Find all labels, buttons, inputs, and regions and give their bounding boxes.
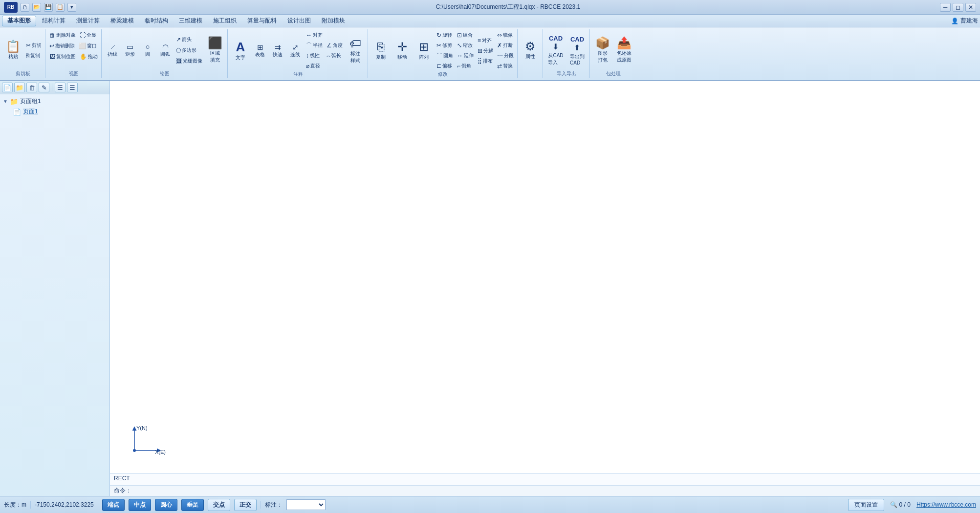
marker-style-button[interactable]: 🏷 标注样式: [345, 31, 366, 71]
snap-midpoint-button[interactable]: 中点: [129, 499, 151, 511]
restore-button[interactable]: ◻: [953, 3, 963, 12]
cut2-button[interactable]: ✗ 打断: [496, 41, 515, 50]
panel-rename-button[interactable]: ✎: [39, 83, 49, 92]
cut-button[interactable]: ✂ 剪切: [24, 41, 43, 50]
snap-perpendicular-button[interactable]: 垂足: [181, 499, 204, 511]
panel-folder-button[interactable]: 📁: [14, 83, 25, 92]
divide-button[interactable]: ⋯ 分段: [496, 51, 515, 61]
page-settings-button[interactable]: 页面设置: [848, 499, 884, 511]
extend-button[interactable]: ↔ 延伸: [456, 51, 475, 61]
save-file-button[interactable]: 💾: [44, 3, 53, 12]
move-button[interactable]: ✛ 移动: [392, 31, 413, 71]
text-icon: A: [236, 41, 245, 53]
drawing-area[interactable]: Y(N) X(E) RECT 命令：: [110, 81, 980, 496]
polygon-button[interactable]: ⬠ 多边形: [174, 45, 204, 55]
chamfer-button[interactable]: ⌐ 倒角: [456, 61, 475, 71]
axis-display: Y(N) X(E): [125, 426, 164, 457]
window-button[interactable]: ⬜ 窗口: [77, 41, 98, 51]
merge-button[interactable]: ⊡ 组合: [456, 30, 475, 40]
menu-basic-shapes[interactable]: 基本图形: [2, 16, 36, 26]
align2-button[interactable]: ≡ 对齐: [476, 36, 495, 45]
text-button[interactable]: A 文字: [230, 31, 251, 71]
menu-quantity-material[interactable]: 算量与配料: [242, 16, 282, 26]
panel-align-left-button[interactable]: ☰: [55, 83, 65, 92]
open-file-button[interactable]: 📂: [32, 3, 41, 12]
menu-3d-modeling[interactable]: 三维建模: [174, 16, 207, 26]
copy2-button[interactable]: ⎘ 复制: [370, 31, 391, 71]
menu-structural-calc[interactable]: 结构计算: [37, 16, 70, 26]
hatch-button[interactable]: 🖼 光栅图像: [174, 56, 204, 66]
scale-button[interactable]: ⤡ 缩放: [456, 41, 475, 50]
fill-button[interactable]: ⬛ 区域填充: [205, 30, 225, 70]
saveas-file-button[interactable]: 📋: [56, 3, 65, 12]
polyline-icon: ⟋: [109, 43, 116, 50]
to-cad-button[interactable]: CAD ⬆ 导出到CAD: [567, 30, 588, 70]
new-file-button[interactable]: 🗋: [21, 3, 29, 12]
command-prompt: 命令：: [114, 487, 131, 494]
panel-align-right-button[interactable]: ☰: [67, 83, 78, 92]
explode-button[interactable]: ⊞ 分解: [476, 46, 495, 56]
undo-delete-button[interactable]: ↩ 撤销删除: [48, 41, 76, 51]
mirror-button[interactable]: ⇔ 镜像: [496, 30, 515, 40]
properties-button[interactable]: ⚙ 属性: [520, 30, 541, 70]
from-cad-button[interactable]: CAD ⬇ 从CAD导入: [545, 30, 566, 70]
menu-construction-org[interactable]: 施工组织: [208, 16, 241, 26]
tree-group1[interactable]: ▼ 📁 页面组1: [2, 96, 108, 107]
drag-button[interactable]: ✋ 拖动: [78, 52, 99, 62]
more-button[interactable]: ▾: [67, 3, 76, 12]
annotate-label: 注释: [293, 71, 303, 78]
restore-package-button[interactable]: 📤 包还原成原图: [614, 30, 634, 70]
minimize-button[interactable]: ─: [940, 3, 951, 12]
paste-button[interactable]: 📋 粘贴: [3, 30, 23, 70]
website-link[interactable]: Https://www.rbcce.com: [916, 501, 976, 508]
dim-arc-button[interactable]: ⌢ 弧长: [325, 51, 344, 61]
menu-temp-structure[interactable]: 临时结构: [140, 16, 173, 26]
array-button[interactable]: ⊞ 阵列: [414, 31, 434, 71]
round-button[interactable]: ⌒ 圆角: [435, 51, 455, 61]
panel-delete-button[interactable]: 🗑: [26, 83, 37, 92]
quick-button[interactable]: ⇉ 快速: [269, 42, 286, 60]
command-input[interactable]: [133, 487, 823, 494]
tree-page1[interactable]: 📄 页面1: [12, 107, 108, 117]
dim-align-button[interactable]: ↔ 对齐: [305, 30, 324, 40]
fullscreen-button[interactable]: ⛶ 全显: [78, 30, 98, 40]
offset-label: 偏移: [442, 63, 452, 69]
copy-bitmap-button[interactable]: 🖼 复制位图: [48, 52, 77, 62]
view-buttons: 🗑 删除对象 ⛶ 全显 ↩ 撤销删除 ⬜ 窗口: [48, 30, 99, 62]
delete-obj-button[interactable]: 🗑 删除对象: [48, 30, 77, 40]
polyline-button[interactable]: ⟋ 折线: [104, 41, 121, 60]
undo-label: 撤销删除: [55, 43, 75, 49]
rotate-button[interactable]: ↻ 旋转: [435, 30, 455, 40]
table-button[interactable]: ⊞ 表格: [252, 42, 268, 60]
snap-center-button[interactable]: 圆心: [155, 499, 177, 511]
toolbar-group-clipboard: 📋 粘贴 ✂ 剪切 ⎘ 复制 剪切板: [1, 29, 45, 78]
trim-button[interactable]: ✂ 修剪: [435, 41, 455, 50]
dim-angle-button[interactable]: ∠ 角度: [325, 41, 344, 50]
menu-measurement-calc[interactable]: 测量计算: [71, 16, 105, 26]
snap-intersection-button[interactable]: 交点: [208, 499, 230, 511]
snap-orthogonal-button[interactable]: 正交: [234, 499, 257, 511]
offset-button[interactable]: ⊏ 偏移: [435, 61, 455, 71]
toolbar: 📋 粘贴 ✂ 剪切 ⎘ 复制 剪切板 🗑 删除对象: [0, 27, 980, 81]
dim-linear-button[interactable]: ↕ 线性: [305, 51, 324, 61]
arc-button[interactable]: ◠ 圆弧: [157, 41, 174, 60]
copy-button[interactable]: ⎘ 复制: [24, 51, 43, 61]
snap-endpoint-button[interactable]: 端点: [102, 499, 125, 511]
shape-package-button[interactable]: 📦 图形打包: [592, 30, 613, 70]
rect-button[interactable]: ▭ 矩形: [122, 41, 138, 60]
circle-button[interactable]: ○ 圆: [139, 41, 156, 60]
arrange-button[interactable]: ⣿ 排布: [476, 56, 495, 66]
markup-label: 标注：: [265, 501, 283, 509]
replace-button[interactable]: ⇄ 替换: [496, 61, 515, 71]
menu-addons[interactable]: 附加模块: [317, 16, 350, 26]
connect-button[interactable]: ⤢ 连线: [287, 42, 304, 60]
dim-diameter-button[interactable]: ⌀ 直径: [305, 61, 324, 71]
arrow-button[interactable]: ↗ 箭头: [174, 35, 204, 44]
menu-bridge-modeling[interactable]: 桥梁建模: [106, 16, 139, 26]
canvas[interactable]: Y(N) X(E) RECT 命令：: [110, 81, 980, 496]
markup-select[interactable]: [286, 499, 326, 510]
dim-half-radius-button[interactable]: ⌒ 半径: [305, 41, 324, 50]
panel-new-button[interactable]: 📄: [2, 83, 13, 92]
close-button[interactable]: ✕: [965, 3, 976, 12]
menu-design-drawing[interactable]: 设计出图: [283, 16, 316, 26]
